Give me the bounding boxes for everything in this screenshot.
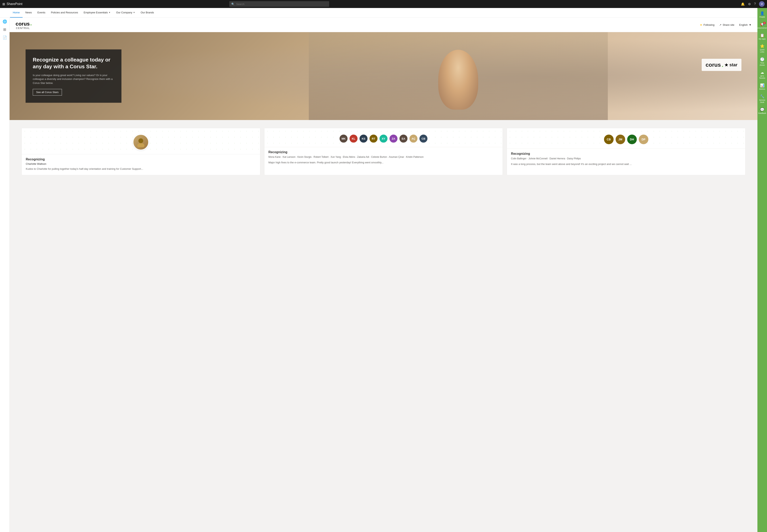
see-all-corus-stars-button[interactable]: See all Corus Stars	[33, 89, 62, 96]
card-2-label: Recognizing	[268, 150, 499, 154]
bell-icon[interactable]: 🔔	[741, 2, 745, 6]
card-2-text: Major high fives to the e-commerce team.…	[268, 161, 499, 165]
following-button[interactable]: ★ Following	[700, 23, 714, 26]
card-2-body: Recognizing Mona Kane · Kat Larsson · Ke…	[264, 147, 503, 169]
top-bar-actions: 🔔 ⚙ ? U	[741, 1, 765, 7]
share-icon: ↗	[719, 23, 721, 26]
person-silhouette	[438, 50, 478, 110]
nav-item-employee[interactable]: Employee Essentials ▼	[81, 8, 113, 18]
hero-brand-logo: corus . ★ star	[702, 59, 742, 71]
feedback-label: Feedback	[758, 112, 766, 114]
sidebar-item-apps[interactable]: ⊞	[0, 26, 10, 34]
sidebar-item-announcements[interactable]: 📢 2 Announcements	[757, 21, 767, 31]
avatar-dp: DP	[638, 134, 649, 145]
card-2-names: Mona Kane · Kat Larsson · Kevin Sturgis …	[268, 155, 499, 159]
user-avatar[interactable]: U	[759, 1, 765, 7]
sidebar-item-servicedesk[interactable]: 🔧 Service Desk	[757, 93, 767, 105]
sidebar-item-people[interactable]: 👤 People	[757, 10, 767, 20]
person-icon	[136, 137, 146, 147]
nav-item-policies[interactable]: Policies and Resources	[48, 8, 81, 18]
card-2-top: MK KL KS RT XY ZA EA AÇ CB	[264, 128, 503, 147]
weather-icon: ☁	[760, 70, 764, 75]
brand-dot: .	[722, 61, 723, 68]
card-3-label: Recognizing	[511, 152, 741, 156]
hero-title: Recognize a colleague today or any day w…	[33, 57, 114, 70]
logo-corus-text: corus .	[16, 20, 32, 26]
sidebar-item-metrics[interactable]: 📊 Metrics	[757, 82, 767, 92]
app-title: SharePoint	[7, 2, 22, 6]
weather-label: 29°C Toronto	[758, 75, 766, 79]
sidebar-item-timezones[interactable]: 🕐 Time Zones	[757, 56, 767, 68]
language-selector[interactable]: English ▼	[739, 23, 751, 26]
nav-item-events[interactable]: Events	[35, 8, 48, 18]
avatar-jm: JM	[615, 134, 626, 145]
share-site-button[interactable]: ↗ Share site	[719, 23, 734, 26]
avatar-ea: EA	[399, 134, 408, 143]
avatar-kl: KL	[349, 134, 358, 143]
timezones-icon: 🕐	[760, 57, 764, 62]
sidebar-item-feedback[interactable]: 💬 Feedback	[757, 106, 767, 116]
timezones-label: Time Zones	[758, 62, 766, 66]
avatar-cob: CB	[604, 134, 614, 145]
brand-star-text: star	[729, 62, 737, 67]
avatar-rt: RT	[369, 134, 378, 143]
top-bar: ⊞ SharePoint 🔍 🔔 ⚙ ? U	[0, 0, 767, 8]
hero-description: Is your colleague doing great work? Livi…	[33, 73, 114, 85]
card-3-avatars: CB JM DH DP	[604, 134, 649, 145]
sidebar-item-files[interactable]: 📄	[0, 34, 10, 42]
hero-overlay: Recognize a colleague today or any day w…	[26, 49, 121, 103]
svg-point-0	[138, 138, 143, 143]
recognition-card-1: Recognizing Charlotte Waltson Kudos to C…	[22, 128, 260, 175]
language-chevron: ▼	[749, 23, 751, 26]
hero-person-image	[309, 32, 608, 120]
brand-star: ★	[724, 62, 729, 68]
nav-item-brands[interactable]: Our Brands	[138, 8, 157, 18]
sidebar-item-myapps[interactable]: 📋 My Apps	[757, 32, 767, 42]
people-icon: 👤	[760, 11, 764, 16]
sidebar-item-sites[interactable]: 🌐	[0, 18, 10, 26]
sidebar-item-quicklinks[interactable]: ⭐ Quick Links	[757, 42, 767, 55]
cards-grid: Recognizing Charlotte Waltson Kudos to C…	[22, 128, 745, 175]
quicklinks-icon: ⭐	[760, 44, 764, 48]
avatar-za: ZA	[389, 134, 398, 143]
myapps-label: My Apps	[759, 38, 766, 40]
card-3-names: Colin Ballinger · Johnie McConnell · Dan…	[511, 157, 741, 161]
settings-icon[interactable]: ⚙	[748, 2, 751, 6]
nav-item-news[interactable]: News	[23, 8, 35, 18]
avatar-dh: DH	[627, 134, 637, 145]
company-chevron: ▼	[133, 11, 135, 14]
site-header: corus . CENTRAL ★ Following ↗ Share site…	[10, 18, 757, 32]
metrics-label: Metrics	[759, 88, 765, 90]
avatar-ac: AÇ	[409, 134, 418, 143]
search-bar[interactable]: 🔍	[229, 1, 329, 7]
avatar-ks: KS	[359, 134, 368, 143]
quicklinks-label: Quick Links	[758, 49, 766, 53]
following-label: Following	[703, 23, 714, 26]
search-icon: 🔍	[231, 3, 234, 6]
waffle-menu[interactable]: ⊞ SharePoint	[2, 2, 22, 6]
search-input[interactable]	[236, 3, 327, 6]
nav-item-home[interactable]: Home	[10, 8, 23, 18]
nav-item-company[interactable]: Our Company ▼	[113, 8, 138, 18]
card-1-body: Recognizing Charlotte Waltson Kudos to C…	[22, 154, 260, 175]
metrics-icon: 📊	[760, 83, 764, 88]
star-icon: ★	[700, 23, 702, 26]
announcements-badge: 2	[763, 22, 766, 24]
site-logo: corus . CENTRAL	[16, 20, 32, 30]
right-sidebar: 👤 People 📢 2 Announcements 📋 My Apps ⭐ Q…	[757, 8, 767, 183]
logo-dot: .	[30, 20, 32, 26]
avatar-mk: MK	[339, 134, 348, 143]
hero-section: Recognize a colleague today or any day w…	[10, 32, 757, 120]
site-actions: ★ Following ↗ Share site English ▼	[700, 23, 751, 26]
sidebar-item-weather[interactable]: ☁ 29°C Toronto	[757, 69, 767, 81]
share-label: Share site	[723, 23, 734, 26]
servicedesk-icon: 🔧	[760, 94, 764, 99]
svg-point-1	[137, 143, 144, 147]
nav-policies-label: Policies and Resources	[51, 11, 78, 14]
card-2-avatars: MK KL KS RT XY ZA EA AÇ CB	[339, 134, 428, 143]
corus-star-badge: corus . ★ star	[702, 59, 742, 71]
feedback-icon: 💬	[760, 107, 764, 112]
help-icon[interactable]: ?	[754, 2, 756, 6]
card-1-person: Charlotte Waltson	[26, 162, 256, 165]
card-3-text: It was a long process, but the team went…	[511, 162, 741, 166]
